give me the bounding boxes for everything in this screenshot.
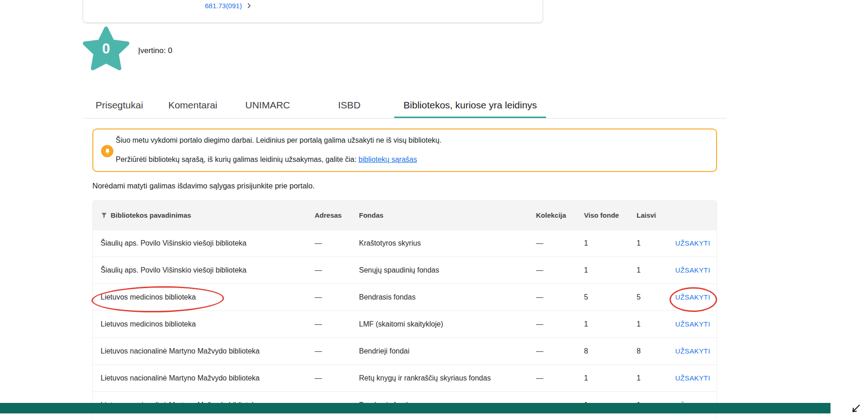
portal-alert: Šiuo metu vykdomi portalo diegimo darbai… bbox=[92, 129, 717, 172]
tab-bar: Prisegtukai Komentarai UNIMARC ISBD Bibl… bbox=[83, 96, 726, 118]
cell-free: 1 bbox=[636, 239, 674, 247]
cell-collection: — bbox=[535, 320, 583, 328]
order-button[interactable]: UŽSAKYTI bbox=[675, 347, 710, 355]
classification-link-label: 681.73(091) bbox=[205, 2, 242, 10]
filter-icon[interactable] bbox=[101, 212, 107, 219]
cell-library: Šiaulių aps. Povilo Višinskio viešoji bi… bbox=[93, 239, 314, 247]
cell-collection: — bbox=[535, 347, 583, 355]
cell-address: — bbox=[314, 374, 358, 382]
cell-total: 8 bbox=[583, 347, 636, 355]
chevron-right-icon bbox=[246, 2, 252, 9]
header-library: Bibliotekos pavadinimas bbox=[93, 211, 314, 219]
cell-library: Lietuvos nacionalinė Martyno Mažvydo bib… bbox=[93, 374, 314, 382]
cell-library: Šiaulių aps. Povilo Višinskio viešoji bi… bbox=[93, 266, 314, 274]
order-button[interactable]: UŽSAKYTI bbox=[675, 266, 710, 274]
cell-fund: LMF (skaitomi skaitykloje) bbox=[358, 320, 535, 328]
alert-line2-text: Peržiūrėti bibliotekų sąrašą, iš kurių g… bbox=[116, 155, 356, 163]
table-row-circled: Lietuvos medicinos biblioteka — Bendrasi… bbox=[93, 284, 717, 311]
header-collection: Kolekcija bbox=[535, 211, 583, 219]
table-row: Lietuvos nacionalinė Martyno Mažvydo bib… bbox=[93, 364, 717, 391]
tab-isbd[interactable]: ISBD bbox=[338, 96, 360, 118]
record-card: 681.73(091) bbox=[83, 0, 542, 22]
cell-collection: — bbox=[535, 374, 583, 382]
tab-bibliotekos[interactable]: Bibliotekos, kuriose yra leidinys bbox=[394, 96, 546, 118]
order-button[interactable]: UŽSAKYTI bbox=[675, 239, 710, 247]
alert-line1: Šiuo metu vykdomi portalo diegimo darbai… bbox=[116, 136, 441, 145]
cell-collection: — bbox=[535, 239, 583, 247]
cell-total: 1 bbox=[583, 266, 636, 274]
table-row: Lietuvos medicinos biblioteka — LMF (ska… bbox=[93, 311, 717, 338]
cell-address: — bbox=[314, 347, 358, 355]
rating-star: 0 bbox=[82, 27, 130, 74]
header-fund: Fondas bbox=[358, 211, 535, 219]
library-list-link[interactable]: bibliotekų sąrašas bbox=[359, 155, 417, 163]
cell-library: Lietuvos nacionalinė Martyno Mažvydo bib… bbox=[93, 347, 314, 355]
cell-total: 1 bbox=[583, 374, 636, 382]
table-row: Šiaulių aps. Povilo Višinskio viešoji bi… bbox=[93, 230, 717, 257]
header-free: Laisvi bbox=[636, 211, 674, 219]
cell-address: — bbox=[314, 320, 358, 328]
login-note: Norėdami matyti galimas išdavimo sąlygas… bbox=[92, 182, 315, 190]
cell-library: Lietuvos medicinos biblioteka bbox=[93, 293, 314, 301]
footer-bar bbox=[0, 403, 830, 413]
order-button[interactable]: UŽSAKYTI bbox=[675, 320, 710, 328]
bell-icon bbox=[101, 145, 113, 157]
cell-free: 5 bbox=[636, 293, 674, 301]
resize-arrow-icon[interactable] bbox=[850, 403, 862, 415]
tab-unimarc[interactable]: UNIMARC bbox=[245, 96, 290, 118]
rating-star-value: 0 bbox=[102, 41, 110, 57]
alert-line2: Peržiūrėti bibliotekų sąrašą, iš kurių g… bbox=[116, 155, 417, 164]
cell-library: Lietuvos medicinos biblioteka bbox=[93, 320, 314, 328]
cell-collection: — bbox=[535, 293, 583, 301]
cell-total: 1 bbox=[583, 239, 636, 247]
cell-address: — bbox=[314, 293, 358, 301]
tab-prisegtukai[interactable]: Prisegtukai bbox=[96, 96, 143, 118]
cell-total: 1 bbox=[583, 320, 636, 328]
classification-link[interactable]: 681.73(091) bbox=[205, 2, 252, 10]
cell-free: 8 bbox=[636, 347, 674, 355]
cell-fund: Bendrieji fondai bbox=[358, 347, 535, 355]
table-row: Lietuvos nacionalinė Martyno Mažvydo bib… bbox=[93, 338, 717, 364]
cell-collection: — bbox=[535, 266, 583, 274]
cell-total: 5 bbox=[583, 293, 636, 301]
order-button[interactable]: UŽSAKYTI bbox=[675, 374, 710, 382]
libraries-table: Bibliotekos pavadinimas Adresas Fondas K… bbox=[92, 200, 717, 418]
header-address: Adresas bbox=[314, 211, 358, 219]
table-header-row: Bibliotekos pavadinimas Adresas Fondas K… bbox=[93, 201, 717, 230]
cell-fund: Senųjų spaudinių fondas bbox=[358, 266, 535, 274]
cell-fund: Bendrasis fondas bbox=[358, 293, 535, 301]
cell-fund: Retų knygų ir rankraščių skyriaus fondas bbox=[358, 374, 535, 382]
order-button[interactable]: UŽSAKYTI bbox=[675, 293, 710, 301]
rating-label: Įvertino: 0 bbox=[138, 46, 172, 55]
tab-komentarai[interactable]: Komentarai bbox=[168, 96, 217, 118]
table-body: Šiaulių aps. Povilo Višinskio viešoji bi… bbox=[93, 230, 717, 418]
cell-address: — bbox=[314, 266, 358, 274]
cell-fund: Kraštotyros skyrius bbox=[358, 239, 535, 247]
cell-free: 1 bbox=[636, 266, 674, 274]
table-row: Šiaulių aps. Povilo Višinskio viešoji bi… bbox=[93, 257, 717, 284]
header-total: Viso fonde bbox=[583, 211, 636, 219]
cell-free: 1 bbox=[636, 374, 674, 382]
cell-address: — bbox=[314, 239, 358, 247]
cell-free: 1 bbox=[636, 320, 674, 328]
